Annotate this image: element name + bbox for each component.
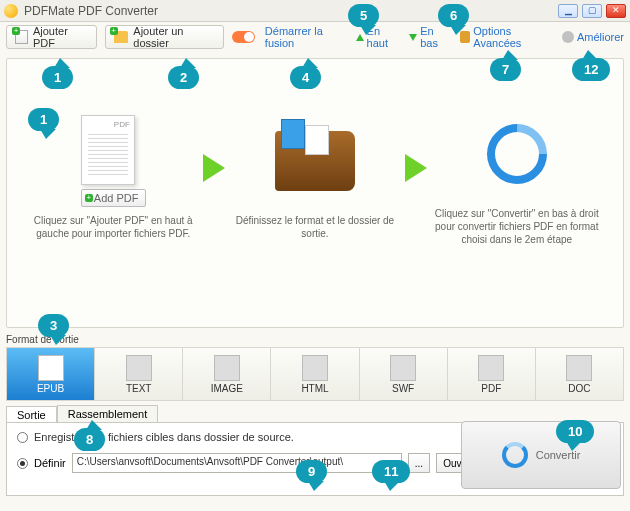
- format-swf[interactable]: SWF: [360, 348, 448, 400]
- add-pdf-icon: [15, 30, 28, 44]
- pdf-icon: [478, 355, 504, 381]
- merge-link[interactable]: Démarrer la fusion: [265, 25, 346, 49]
- add-pdf-label: Ajouter PDF: [33, 25, 88, 49]
- tab-assembly[interactable]: Rassemblement: [57, 405, 158, 422]
- add-folder-icon: [114, 31, 129, 43]
- maximize-button[interactable]: ▢: [582, 4, 602, 18]
- convert-button[interactable]: Convertir: [461, 421, 621, 489]
- add-pdf-button[interactable]: Ajouter PDF: [6, 25, 97, 49]
- radio-define[interactable]: [17, 458, 28, 469]
- add-folder-button[interactable]: Ajouter un dossier: [105, 25, 224, 49]
- swf-icon: [390, 355, 416, 381]
- callout-9: 9: [296, 460, 327, 483]
- stage-add-pdf-button[interactable]: Add PDF: [81, 189, 146, 207]
- arrow-down-icon: [409, 34, 417, 41]
- app-logo-icon: [4, 4, 18, 18]
- pdf-document-icon: [81, 115, 135, 185]
- callout-5: 5: [348, 4, 379, 27]
- browse-button[interactable]: ...: [408, 453, 430, 473]
- callout-3: 3: [38, 314, 69, 337]
- window-title: PDFMate PDF Converter: [24, 4, 558, 18]
- formats-bar: EPUB TEXT IMAGE HTML SWF PDF DOC: [6, 347, 624, 401]
- callout-4: 4: [290, 66, 321, 89]
- callout-2: 2: [168, 66, 199, 89]
- callout-6: 6: [438, 4, 469, 27]
- callout-10: 10: [556, 420, 594, 443]
- step-3-caption: Cliquez sur "Convertir" en bas à droit p…: [434, 207, 599, 246]
- title-bar: PDFMate PDF Converter ▁ ▢ ✕: [0, 0, 630, 22]
- callout-7: 7: [490, 58, 521, 81]
- add-folder-label: Ajouter un dossier: [133, 25, 214, 49]
- html-icon: [302, 355, 328, 381]
- step-2: Définissez le format et le dossier de so…: [232, 116, 397, 240]
- advanced-options-link[interactable]: Options Avancées: [460, 25, 552, 49]
- callout-12: 12: [572, 58, 610, 81]
- convert-icon: [502, 442, 528, 468]
- format-html[interactable]: HTML: [271, 348, 359, 400]
- toolbar: Ajouter PDF Ajouter un dossier Démarrer …: [0, 22, 630, 52]
- minimize-button[interactable]: ▁: [558, 4, 578, 18]
- arrow-right-icon: [203, 154, 225, 182]
- gear-icon: [562, 31, 574, 43]
- format-epub[interactable]: EPUB: [7, 348, 95, 400]
- add-pdf-icon: [88, 197, 90, 199]
- arrow-right-icon: [405, 154, 427, 182]
- format-image[interactable]: IMAGE: [183, 348, 271, 400]
- callout-1: 1: [42, 66, 73, 89]
- step-3: Cliquez sur "Convertir" en bas à droit p…: [434, 109, 599, 246]
- radio-save-in-source-label: Enregistrer les fichiers cibles dans dos…: [34, 431, 294, 443]
- formats-label: Format de sortie: [6, 334, 624, 345]
- doc-icon: [566, 355, 592, 381]
- step-1-caption: Cliquez sur "Ajouter PDF" en haut à gauc…: [31, 214, 196, 240]
- radio-define-label: Définir: [34, 457, 66, 469]
- close-button[interactable]: ✕: [606, 4, 626, 18]
- radio-save-in-source[interactable]: [17, 432, 28, 443]
- move-down-link[interactable]: En bas: [409, 25, 449, 49]
- improve-link[interactable]: Améliorer: [562, 31, 624, 43]
- merge-toggle[interactable]: [232, 31, 255, 43]
- format-doc[interactable]: DOC: [536, 348, 623, 400]
- callout-11: 11: [372, 460, 410, 483]
- format-text[interactable]: TEXT: [95, 348, 183, 400]
- image-icon: [214, 355, 240, 381]
- stage-area: Add PDF Cliquez sur "Ajouter PDF" en hau…: [6, 58, 624, 328]
- step-2-caption: Définissez le format et le dossier de so…: [232, 214, 397, 240]
- callout-8: 8: [74, 428, 105, 451]
- epub-icon: [38, 355, 64, 381]
- callout-1b: 1: [28, 108, 59, 131]
- tab-output[interactable]: Sortie: [6, 406, 57, 423]
- output-path-field[interactable]: C:\Users\anvsoft\Documents\Anvsoft\PDF C…: [72, 453, 402, 473]
- book-icon: [275, 131, 355, 191]
- cycle-icon: [474, 112, 559, 197]
- text-icon: [126, 355, 152, 381]
- format-pdf[interactable]: PDF: [448, 348, 536, 400]
